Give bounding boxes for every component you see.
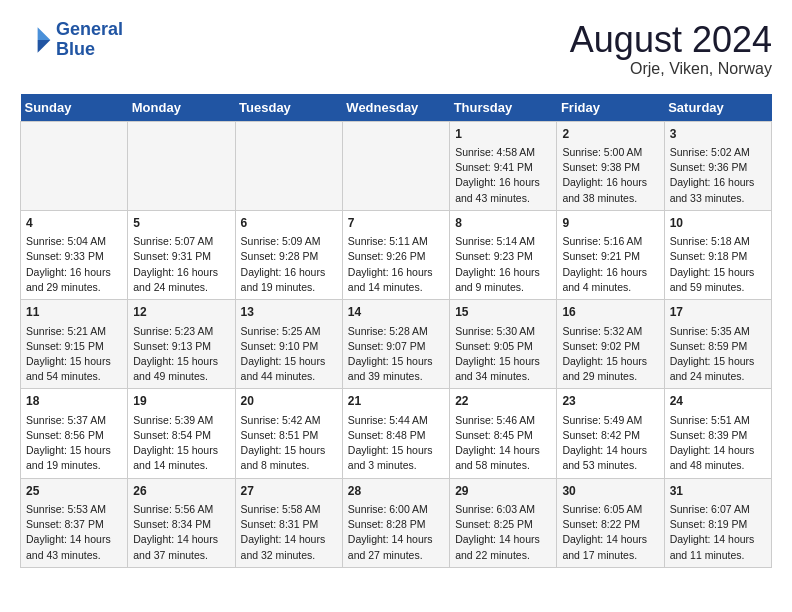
day-info: Daylight: 14 hours and 11 minutes. — [670, 532, 766, 562]
header-saturday: Saturday — [664, 94, 771, 122]
day-number: 17 — [670, 304, 766, 321]
day-number: 29 — [455, 483, 551, 500]
day-info: Sunrise: 6:07 AM — [670, 502, 766, 517]
day-number: 18 — [26, 393, 122, 410]
day-info: Sunrise: 5:02 AM — [670, 145, 766, 160]
week-row-1: 1Sunrise: 4:58 AMSunset: 9:41 PMDaylight… — [21, 121, 772, 210]
day-info: Sunrise: 5:39 AM — [133, 413, 229, 428]
day-info: Sunrise: 5:25 AM — [241, 324, 337, 339]
day-number: 8 — [455, 215, 551, 232]
day-info: Sunset: 8:31 PM — [241, 517, 337, 532]
day-info: Sunset: 9:02 PM — [562, 339, 658, 354]
day-info: Daylight: 15 hours and 44 minutes. — [241, 354, 337, 384]
day-number: 7 — [348, 215, 444, 232]
calendar-cell: 2Sunrise: 5:00 AMSunset: 9:38 PMDaylight… — [557, 121, 664, 210]
day-info: Sunrise: 5:23 AM — [133, 324, 229, 339]
day-number: 27 — [241, 483, 337, 500]
day-info: Daylight: 15 hours and 29 minutes. — [562, 354, 658, 384]
calendar-cell: 14Sunrise: 5:28 AMSunset: 9:07 PMDayligh… — [342, 300, 449, 389]
day-number: 25 — [26, 483, 122, 500]
day-info: Sunrise: 5:30 AM — [455, 324, 551, 339]
day-number: 31 — [670, 483, 766, 500]
logo-blue: Blue — [56, 39, 95, 59]
calendar-header: SundayMondayTuesdayWednesdayThursdayFrid… — [21, 94, 772, 122]
day-number: 23 — [562, 393, 658, 410]
day-info: Sunset: 8:39 PM — [670, 428, 766, 443]
day-info: Sunrise: 5:46 AM — [455, 413, 551, 428]
day-info: Sunrise: 6:00 AM — [348, 502, 444, 517]
calendar-cell — [21, 121, 128, 210]
week-row-5: 25Sunrise: 5:53 AMSunset: 8:37 PMDayligh… — [21, 478, 772, 567]
calendar-cell: 30Sunrise: 6:05 AMSunset: 8:22 PMDayligh… — [557, 478, 664, 567]
day-info: Sunset: 9:36 PM — [670, 160, 766, 175]
day-number: 9 — [562, 215, 658, 232]
day-info: Sunset: 8:37 PM — [26, 517, 122, 532]
day-info: Sunrise: 5:09 AM — [241, 234, 337, 249]
day-info: Daylight: 16 hours and 29 minutes. — [26, 265, 122, 295]
day-info: Sunrise: 6:05 AM — [562, 502, 658, 517]
day-info: Daylight: 14 hours and 58 minutes. — [455, 443, 551, 473]
day-info: Daylight: 16 hours and 19 minutes. — [241, 265, 337, 295]
week-row-3: 11Sunrise: 5:21 AMSunset: 9:15 PMDayligh… — [21, 300, 772, 389]
header-sunday: Sunday — [21, 94, 128, 122]
day-info: Daylight: 16 hours and 33 minutes. — [670, 175, 766, 205]
days-of-week-row: SundayMondayTuesdayWednesdayThursdayFrid… — [21, 94, 772, 122]
calendar-body: 1Sunrise: 4:58 AMSunset: 9:41 PMDaylight… — [21, 121, 772, 567]
day-number: 13 — [241, 304, 337, 321]
day-info: Sunrise: 5:35 AM — [670, 324, 766, 339]
logo: General Blue — [20, 20, 123, 60]
day-info: Sunrise: 5:44 AM — [348, 413, 444, 428]
day-info: Sunset: 9:13 PM — [133, 339, 229, 354]
calendar-cell: 18Sunrise: 5:37 AMSunset: 8:56 PMDayligh… — [21, 389, 128, 478]
calendar-cell: 4Sunrise: 5:04 AMSunset: 9:33 PMDaylight… — [21, 210, 128, 299]
day-info: Sunset: 8:59 PM — [670, 339, 766, 354]
calendar-cell — [342, 121, 449, 210]
day-info: Sunset: 9:38 PM — [562, 160, 658, 175]
calendar-cell: 25Sunrise: 5:53 AMSunset: 8:37 PMDayligh… — [21, 478, 128, 567]
calendar-cell: 10Sunrise: 5:18 AMSunset: 9:18 PMDayligh… — [664, 210, 771, 299]
svg-marker-1 — [38, 40, 51, 53]
day-number: 19 — [133, 393, 229, 410]
logo-general: General — [56, 19, 123, 39]
day-info: Sunrise: 5:07 AM — [133, 234, 229, 249]
day-info: Daylight: 15 hours and 39 minutes. — [348, 354, 444, 384]
day-info: Daylight: 16 hours and 9 minutes. — [455, 265, 551, 295]
day-number: 14 — [348, 304, 444, 321]
calendar-cell — [128, 121, 235, 210]
day-info: Sunset: 8:25 PM — [455, 517, 551, 532]
day-info: Sunset: 9:31 PM — [133, 249, 229, 264]
day-info: Daylight: 14 hours and 43 minutes. — [26, 532, 122, 562]
day-number: 11 — [26, 304, 122, 321]
day-info: Sunrise: 5:32 AM — [562, 324, 658, 339]
calendar-cell: 17Sunrise: 5:35 AMSunset: 8:59 PMDayligh… — [664, 300, 771, 389]
day-info: Daylight: 16 hours and 38 minutes. — [562, 175, 658, 205]
calendar-cell: 1Sunrise: 4:58 AMSunset: 9:41 PMDaylight… — [450, 121, 557, 210]
calendar-cell: 6Sunrise: 5:09 AMSunset: 9:28 PMDaylight… — [235, 210, 342, 299]
day-info: Sunset: 8:48 PM — [348, 428, 444, 443]
day-info: Daylight: 14 hours and 32 minutes. — [241, 532, 337, 562]
day-info: Daylight: 15 hours and 14 minutes. — [133, 443, 229, 473]
day-info: Sunset: 8:28 PM — [348, 517, 444, 532]
day-info: Sunset: 9:05 PM — [455, 339, 551, 354]
day-info: Daylight: 14 hours and 48 minutes. — [670, 443, 766, 473]
calendar-cell: 19Sunrise: 5:39 AMSunset: 8:54 PMDayligh… — [128, 389, 235, 478]
day-info: Daylight: 16 hours and 24 minutes. — [133, 265, 229, 295]
calendar-cell: 15Sunrise: 5:30 AMSunset: 9:05 PMDayligh… — [450, 300, 557, 389]
day-info: Sunset: 9:33 PM — [26, 249, 122, 264]
day-info: Sunset: 9:41 PM — [455, 160, 551, 175]
calendar-cell: 5Sunrise: 5:07 AMSunset: 9:31 PMDaylight… — [128, 210, 235, 299]
main-title: August 2024 — [570, 20, 772, 60]
day-info: Sunrise: 5:00 AM — [562, 145, 658, 160]
title-block: August 2024 Orje, Viken, Norway — [570, 20, 772, 78]
day-number: 16 — [562, 304, 658, 321]
day-number: 10 — [670, 215, 766, 232]
day-info: Sunset: 9:07 PM — [348, 339, 444, 354]
day-info: Sunset: 8:19 PM — [670, 517, 766, 532]
calendar-cell: 13Sunrise: 5:25 AMSunset: 9:10 PMDayligh… — [235, 300, 342, 389]
day-info: Sunset: 9:10 PM — [241, 339, 337, 354]
day-info: Sunset: 9:21 PM — [562, 249, 658, 264]
calendar-cell: 16Sunrise: 5:32 AMSunset: 9:02 PMDayligh… — [557, 300, 664, 389]
day-info: Daylight: 14 hours and 53 minutes. — [562, 443, 658, 473]
day-info: Sunrise: 5:53 AM — [26, 502, 122, 517]
calendar-cell: 22Sunrise: 5:46 AMSunset: 8:45 PMDayligh… — [450, 389, 557, 478]
